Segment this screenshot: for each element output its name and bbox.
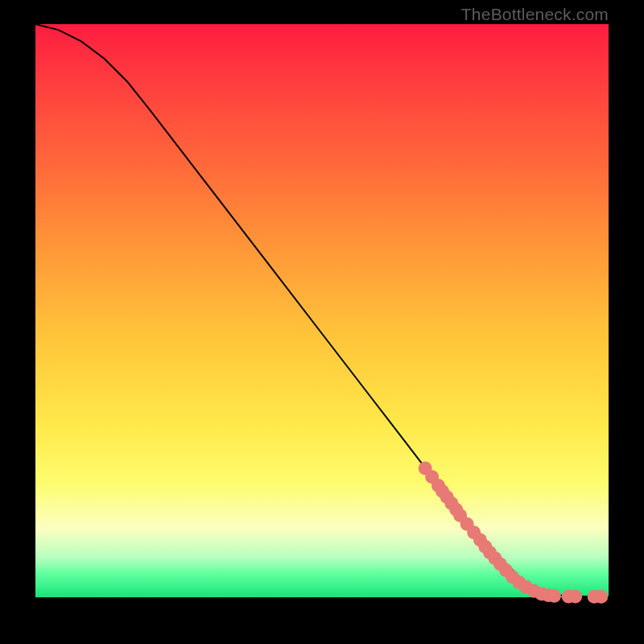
chart-overlay: [35, 24, 609, 597]
curve-line: [35, 24, 609, 597]
watermark-label: TheBottleneck.com: [461, 5, 609, 24]
data-point: [594, 590, 608, 604]
data-point: [547, 589, 561, 603]
data-point: [568, 590, 582, 604]
data-points: [419, 461, 609, 604]
chart-frame: TheBottleneck.com: [0, 0, 644, 644]
